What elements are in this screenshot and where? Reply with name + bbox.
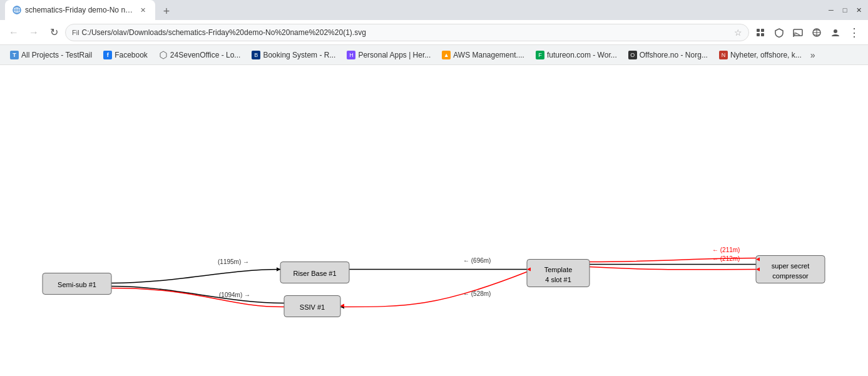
toolbar: ← → ↻ Fil C:/Users/olav/Downloads/schema… — [0, 20, 868, 45]
content-area: Semi-sub #1 Riser Base #1 SSIV #1 Templa… — [0, 65, 868, 376]
bookmark-booking-label: Booking System - R... — [263, 51, 335, 59]
tab-bar: schematics-Friday demo-No nam ✕ + — [5, 0, 824, 20]
minimize-button[interactable]: ─ — [827, 6, 835, 14]
svg-point-13 — [834, 29, 837, 33]
bookmark-facebook-label: Facebook — [115, 51, 148, 59]
svg-rect-7 — [761, 33, 764, 36]
bookmark-aws-icon: ▲ — [442, 51, 451, 59]
address-url: C:/Users/olav/Downloads/schematics-Frida… — [82, 28, 732, 37]
label-696m: ← (696m) — [463, 257, 491, 264]
bookmark-testrail-label: All Projects - TestRail — [21, 51, 92, 59]
template-label-line2: 4 slot #1 — [545, 276, 571, 283]
bookmark-24so-icon — [159, 51, 168, 59]
maximize-button[interactable]: □ — [840, 6, 849, 14]
tab-close-button[interactable]: ✕ — [138, 5, 148, 15]
compressor-label-line2: compressor — [772, 272, 809, 280]
menu-button[interactable]: ⋮ — [845, 24, 863, 41]
svg-point-9 — [793, 36, 794, 37]
forward-button[interactable]: → — [25, 24, 43, 41]
label-211m: ← (211m) — [712, 246, 740, 253]
new-tab-button[interactable]: + — [158, 3, 175, 20]
bookmark-nyheter[interactable]: N Nyheter, offshore, k... — [714, 49, 807, 61]
tab-title: schematics-Friday demo-No nam — [25, 6, 134, 14]
toolbar-actions: ⋮ — [752, 24, 863, 41]
bookmark-futureon-label: futureon.com - Wor... — [547, 51, 617, 59]
svg-rect-8 — [794, 29, 802, 36]
tab-favicon — [13, 6, 21, 14]
label-1094m: (1094m) → — [219, 292, 250, 298]
schematic-diagram: Semi-sub #1 Riser Base #1 SSIV #1 Templa… — [0, 65, 868, 376]
address-bar[interactable]: Fil C:/Users/olav/Downloads/schematics-F… — [65, 24, 749, 41]
label-528m: ← (528m) — [463, 290, 491, 297]
bookmark-offshore-label: Offshore.no - Norg... — [640, 51, 708, 59]
bookmark-aws-label: AWS Management.... — [453, 51, 524, 59]
bookmarks-more-button[interactable]: » — [808, 49, 818, 61]
template-label-line1: Template — [544, 266, 573, 273]
bookmark-24so[interactable]: 24SevenOffice - Lo... — [154, 49, 246, 61]
bookmark-booking-icon: B — [252, 51, 260, 59]
svg-rect-5 — [761, 29, 764, 32]
bookmark-aws[interactable]: ▲ AWS Management.... — [437, 49, 529, 61]
title-bar: schematics-Friday demo-No nam ✕ + ─ □ ✕ — [0, 0, 868, 20]
label-1195m: (1195m) → — [218, 258, 249, 265]
translate-button[interactable] — [808, 24, 825, 41]
cast-button[interactable] — [789, 24, 807, 41]
bookmark-testrail-icon: T — [10, 51, 19, 59]
window-controls: ─ □ ✕ — [827, 6, 863, 14]
back-button[interactable]: ← — [5, 24, 23, 41]
bookmark-personal-label: Personal Apps | Her... — [358, 51, 431, 59]
ssiv-label: SSIV #1 — [300, 303, 325, 311]
bookmark-testrail[interactable]: T All Projects - TestRail — [5, 49, 97, 61]
active-tab[interactable]: schematics-Friday demo-No nam ✕ — [5, 0, 155, 20]
semi-sub-label: Semi-sub #1 — [58, 281, 96, 288]
bookmark-facebook[interactable]: f Facebook — [98, 49, 153, 61]
label-212m: ← (212m) — [712, 255, 740, 262]
bookmark-booking[interactable]: B Booking System - R... — [247, 49, 340, 61]
bookmark-nyheter-icon: N — [719, 51, 728, 59]
profile-button[interactable] — [827, 24, 844, 41]
bookmark-personal-icon: H — [347, 51, 355, 59]
bookmark-offshore[interactable]: O Offshore.no - Norg... — [623, 49, 713, 61]
bookmark-personal[interactable]: H Personal Apps | Her... — [342, 49, 436, 61]
close-button[interactable]: ✕ — [854, 6, 863, 14]
address-scheme: Fil — [72, 29, 79, 36]
bookmark-nyheter-label: Nyheter, offshore, k... — [730, 51, 802, 59]
bookmark-facebook-icon: f — [103, 51, 112, 59]
bookmark-futureon[interactable]: F futureon.com - Wor... — [531, 49, 622, 61]
extensions-button[interactable] — [752, 24, 769, 41]
compressor-label-line1: super secret — [772, 262, 810, 270]
shield-icon-button[interactable] — [770, 24, 788, 41]
riser-base-label: Riser Base #1 — [293, 270, 336, 277]
reload-button[interactable]: ↻ — [45, 24, 63, 41]
browser-frame: schematics-Friday demo-No nam ✕ + ─ □ ✕ … — [0, 0, 868, 376]
svg-rect-6 — [757, 33, 760, 36]
bookmark-offshore-icon: O — [628, 51, 637, 59]
svg-rect-4 — [757, 29, 760, 32]
bookmark-futureon-icon: F — [536, 51, 544, 59]
svg-marker-21 — [277, 268, 280, 272]
bookmark-24so-label: 24SevenOffice - Lo... — [170, 51, 241, 59]
bookmark-star-icon[interactable]: ☆ — [734, 28, 742, 38]
bookmarks-bar: T All Projects - TestRail f Facebook 24S… — [0, 45, 868, 65]
